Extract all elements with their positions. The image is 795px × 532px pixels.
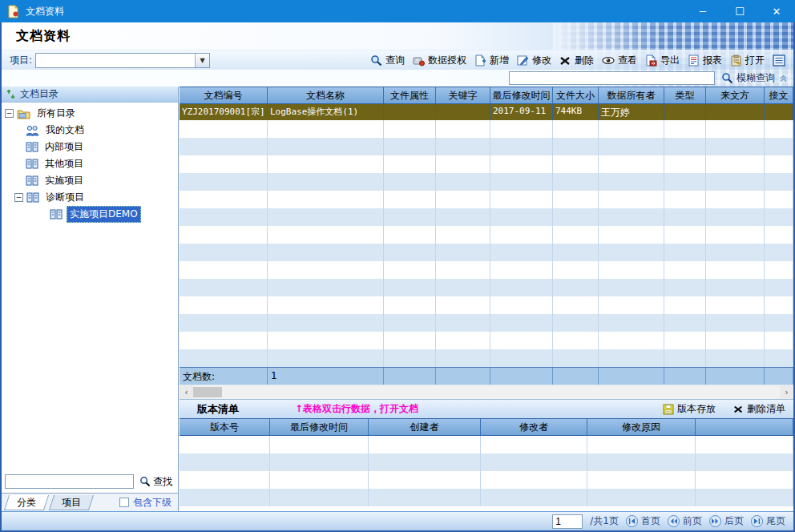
col-source[interactable]: 来文方 <box>706 87 765 103</box>
data-auth-button[interactable]: 数据授权 <box>410 52 470 69</box>
col-type[interactable]: 类型 <box>664 87 706 103</box>
project-dropdown-value[interactable] <box>36 54 195 67</box>
cell-source[interactable] <box>706 104 765 120</box>
export-button[interactable]: 导出 <box>642 52 683 69</box>
report-button[interactable]: 报表 <box>684 52 725 69</box>
edit-button[interactable]: 修改 <box>514 52 555 69</box>
include-sub-option[interactable]: 包含下级 <box>119 496 178 510</box>
find-button[interactable]: 查找 <box>137 474 175 490</box>
col-receiver[interactable]: 接文 <box>765 87 793 103</box>
tab-category[interactable]: 分类 <box>4 495 49 510</box>
collapse-expander-icon[interactable]: − <box>14 193 23 202</box>
include-sub-checkbox[interactable] <box>119 498 129 507</box>
delete-label: 删除 <box>575 54 594 67</box>
table-row[interactable] <box>180 436 793 453</box>
cell-modified[interactable]: 2017-09-11 <box>490 104 553 120</box>
query-button[interactable]: 查询 <box>367 52 408 69</box>
sidebar: 文档目录 − 所有目录 我的文档 <box>2 87 179 511</box>
col-modified[interactable]: 最后修改时间 <box>490 87 553 103</box>
collapse-expander-icon[interactable]: − <box>5 109 14 118</box>
tree-item-label[interactable]: 诊断项目 <box>43 190 87 205</box>
tree-item-all-dirs[interactable]: − 所有目录 <box>2 105 178 122</box>
tree-item-implementation-demo[interactable]: 实施项目DEMO <box>2 206 178 223</box>
scroll-left-icon[interactable]: ‹ <box>180 385 193 399</box>
col-doc-name[interactable]: 文档名称 <box>268 87 384 103</box>
vcol-creator[interactable]: 创建者 <box>369 419 481 435</box>
table-row[interactable] <box>180 191 793 208</box>
project-dropdown[interactable]: ▼ <box>35 53 210 68</box>
table-row[interactable] <box>180 120 793 138</box>
tree-find-input[interactable] <box>5 474 134 489</box>
vcol-version[interactable]: 版本号 <box>180 419 270 435</box>
col-keyword[interactable]: 关键字 <box>436 87 490 103</box>
clear-list-button[interactable]: 删除清单 <box>732 401 787 417</box>
col-file-attr[interactable]: 文件属性 <box>384 87 436 103</box>
cell-keyword[interactable] <box>436 104 490 120</box>
table-row[interactable] <box>180 471 793 489</box>
minimize-button[interactable]: ─ <box>684 0 721 22</box>
collapse-chevron-icon[interactable] <box>778 73 789 83</box>
table-row[interactable] <box>180 261 793 279</box>
list-view-button[interactable] <box>769 53 789 68</box>
first-page-button[interactable]: 首页 <box>626 514 660 528</box>
horizontal-scrollbar[interactable]: ‹ › <box>180 385 793 399</box>
tree-item-label[interactable]: 我的文档 <box>43 123 87 138</box>
refresh-icon[interactable] <box>6 89 15 99</box>
tree-item-diagnosis-project[interactable]: − 诊断项目 <box>2 189 178 206</box>
tree-item-label[interactable]: 所有目录 <box>34 106 78 121</box>
table-row[interactable] <box>180 138 793 155</box>
delete-button[interactable]: 删除 <box>556 52 597 69</box>
table-row[interactable] <box>180 226 793 244</box>
vcol-reason[interactable]: 修改原因 <box>587 419 696 435</box>
tree-item-label[interactable]: 其他项目 <box>42 156 86 171</box>
col-owner[interactable]: 数据所有者 <box>599 87 664 103</box>
tree-item-label[interactable]: 实施项目DEMO <box>67 206 141 223</box>
cell-size[interactable]: 744KB <box>553 104 599 120</box>
open-button[interactable]: 打开 <box>727 52 768 69</box>
last-page-button[interactable]: 尾页 <box>751 514 785 528</box>
cell-doc-name[interactable]: LogBase操作文档(1) <box>268 104 384 120</box>
cell-receiver[interactable] <box>765 104 793 120</box>
view-button[interactable]: 查看 <box>599 52 640 69</box>
tree-item-internal-project[interactable]: 内部项目 <box>2 139 178 155</box>
cell-owner[interactable]: 王万婷 <box>599 104 664 120</box>
cell-type[interactable] <box>664 104 706 120</box>
dropdown-arrow-icon[interactable]: ▼ <box>195 54 209 67</box>
table-row[interactable]: YZJ201709001[宗] LogBase操作文档(1) 2017-09-1… <box>180 104 793 120</box>
close-button[interactable]: ✕ <box>758 0 795 22</box>
scroll-right-icon[interactable]: › <box>780 385 793 399</box>
fuzzy-search-icon[interactable] <box>721 72 733 84</box>
table-row[interactable] <box>180 314 793 332</box>
scrollbar-thumb[interactable] <box>193 387 222 397</box>
table-row[interactable] <box>180 332 793 349</box>
fuzzy-search-label[interactable]: 模糊查询 <box>736 71 775 85</box>
tree-item-implementation-project[interactable]: 实施项目 <box>2 172 178 189</box>
cell-file-attr[interactable] <box>384 104 436 120</box>
col-doc-code[interactable]: 文档编号 <box>180 87 268 103</box>
table-row[interactable] <box>180 173 793 191</box>
table-row[interactable] <box>180 349 793 367</box>
tab-project[interactable]: 项目 <box>49 495 94 510</box>
maximize-button[interactable]: ☐ <box>721 0 758 22</box>
vcol-modified[interactable]: 最后修改时间 <box>270 419 369 435</box>
table-row[interactable] <box>180 453 793 471</box>
table-row[interactable] <box>180 296 793 314</box>
cell-doc-code[interactable]: YZJ201709001[宗] <box>180 104 268 120</box>
table-row[interactable] <box>180 489 793 506</box>
page-number-input[interactable] <box>552 514 583 529</box>
version-store-button[interactable]: 版本存放 <box>661 401 717 417</box>
table-row[interactable] <box>180 244 793 261</box>
fuzzy-search-input[interactable] <box>509 71 715 85</box>
tree-item-other-project[interactable]: 其他项目 <box>2 155 178 172</box>
tree-item-my-docs[interactable]: 我的文档 <box>2 122 178 139</box>
next-page-button[interactable]: 后页 <box>709 514 744 528</box>
col-size[interactable]: 文件大小 <box>553 87 599 103</box>
table-row[interactable] <box>180 279 793 296</box>
vcol-modifier[interactable]: 修改者 <box>481 419 587 435</box>
add-button[interactable]: 新增 <box>471 52 512 69</box>
table-row[interactable] <box>180 208 793 226</box>
tree-item-label[interactable]: 内部项目 <box>42 139 86 155</box>
table-row[interactable] <box>180 155 793 173</box>
tree-item-label[interactable]: 实施项目 <box>42 173 86 188</box>
prev-page-button[interactable]: 前页 <box>668 514 702 528</box>
